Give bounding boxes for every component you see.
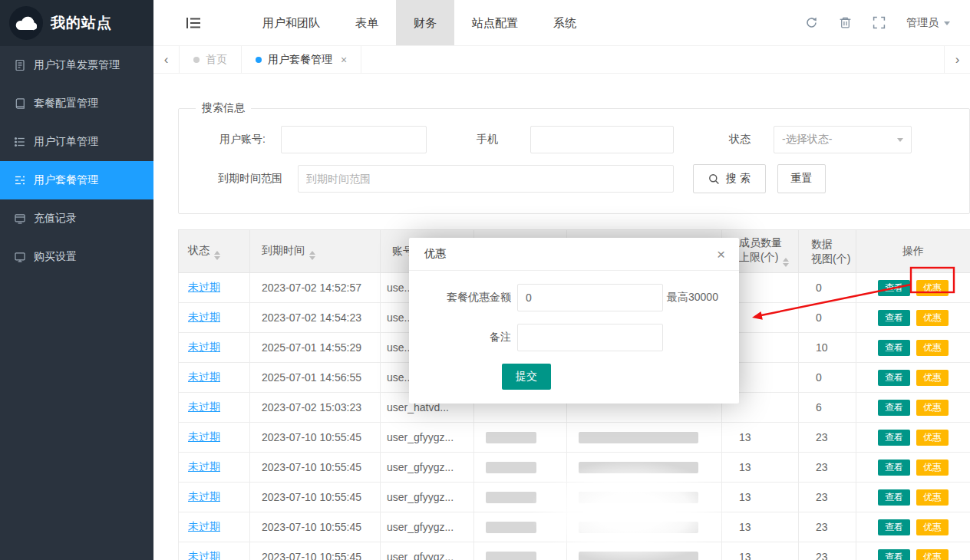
views-cell: 23 xyxy=(799,453,856,483)
status-link[interactable]: 未过期 xyxy=(188,371,220,383)
modal-close-icon[interactable]: × xyxy=(717,247,725,262)
phone-cell xyxy=(474,542,567,560)
order-list-icon xyxy=(14,136,26,148)
topnav-forms[interactable]: 表单 xyxy=(338,0,396,45)
discount-button[interactable]: 优惠 xyxy=(916,370,949,386)
discount-button[interactable]: 优惠 xyxy=(916,280,949,296)
redacted-username xyxy=(579,492,698,503)
tab-home[interactable]: 首页 xyxy=(180,46,242,73)
account-input[interactable] xyxy=(281,126,427,153)
submit-button[interactable]: 提交 xyxy=(502,364,551,390)
table-row: 未过期 2023-07-10 10:55:45 user_gfyygz... 1… xyxy=(179,512,970,542)
topnav-finance[interactable]: 财务 xyxy=(396,0,454,45)
tabs-scroll-left-icon[interactable]: ‹ xyxy=(153,46,180,73)
status-link[interactable]: 未过期 xyxy=(188,311,220,323)
user-menu[interactable]: 管理员 xyxy=(906,16,950,30)
recharge-icon xyxy=(14,212,26,225)
view-button[interactable]: 查看 xyxy=(878,280,910,296)
status-link[interactable]: 未过期 xyxy=(188,460,220,473)
user-package-icon xyxy=(14,174,26,186)
views-cell: 23 xyxy=(799,423,856,453)
sort-icon[interactable] xyxy=(214,251,220,260)
view-button[interactable]: 查看 xyxy=(878,310,910,326)
refresh-icon[interactable] xyxy=(805,16,818,29)
trash-icon[interactable] xyxy=(839,16,852,29)
view-button[interactable]: 查看 xyxy=(878,340,910,356)
status-link[interactable]: 未过期 xyxy=(188,400,220,413)
members-cell: 13 xyxy=(722,512,799,542)
view-button[interactable]: 查看 xyxy=(878,549,910,560)
view-button[interactable]: 查看 xyxy=(878,370,910,386)
discount-button[interactable]: 优惠 xyxy=(916,519,949,535)
tabs-scroll-right-icon[interactable]: › xyxy=(944,46,970,73)
daterange-label: 到期时间范围 xyxy=(191,172,282,186)
phone-cell xyxy=(474,512,567,542)
views-cell: 0 xyxy=(799,273,856,303)
amount-input[interactable] xyxy=(517,284,663,311)
top-navigation: 用户和团队 表单 财务 站点配置 系统 xyxy=(245,0,594,45)
topnav-site-config[interactable]: 站点配置 xyxy=(454,0,536,45)
sort-icon[interactable] xyxy=(309,251,315,260)
discount-button[interactable]: 优惠 xyxy=(916,400,949,416)
expire-cell: 2023-07-10 10:55:45 xyxy=(250,512,381,542)
sidebar: 我的站点 用户订单发票管理 套餐配置管理 用户订单管理 用户套餐管理 充值记录 xyxy=(0,0,153,560)
col-actions: 操作 xyxy=(902,245,924,257)
status-select[interactable]: -选择状态- xyxy=(774,126,912,153)
discount-button[interactable]: 优惠 xyxy=(916,430,949,446)
phone-input[interactable] xyxy=(530,126,674,153)
invoice-icon xyxy=(14,59,26,71)
tab-close-icon[interactable]: × xyxy=(341,54,347,66)
expire-cell: 2025-07-01 14:55:29 xyxy=(250,333,381,363)
status-link[interactable]: 未过期 xyxy=(188,490,220,502)
sidebar-item-invoice-management[interactable]: 用户订单发票管理 xyxy=(0,46,153,84)
note-input[interactable] xyxy=(517,324,663,351)
views-cell: 23 xyxy=(799,483,856,512)
discount-button[interactable]: 优惠 xyxy=(916,310,949,326)
collapse-menu-icon[interactable] xyxy=(186,17,200,29)
view-button[interactable]: 查看 xyxy=(878,489,910,506)
view-button[interactable]: 查看 xyxy=(878,460,910,476)
discount-button[interactable]: 优惠 xyxy=(916,340,949,356)
status-link[interactable]: 未过期 xyxy=(188,341,220,353)
col-members: 成员数量 上限(个) xyxy=(739,236,782,263)
redacted-username xyxy=(579,462,698,473)
topnav-users-teams[interactable]: 用户和团队 xyxy=(245,0,338,45)
status-link[interactable]: 未过期 xyxy=(188,430,220,443)
status-link[interactable]: 未过期 xyxy=(188,520,220,532)
modal-title: 优惠 xyxy=(424,247,446,261)
view-button[interactable]: 查看 xyxy=(878,400,910,416)
members-cell: 13 xyxy=(722,542,799,560)
sort-icon[interactable] xyxy=(783,258,789,267)
discount-button[interactable]: 优惠 xyxy=(916,489,949,506)
expire-cell: 2023-07-10 10:55:45 xyxy=(250,542,381,560)
package-config-icon xyxy=(14,97,26,110)
sidebar-item-order-management[interactable]: 用户订单管理 xyxy=(0,123,153,161)
tab-user-package-management[interactable]: 用户套餐管理 × xyxy=(242,46,361,73)
sidebar-item-label: 套餐配置管理 xyxy=(34,97,98,110)
view-button[interactable]: 查看 xyxy=(878,519,910,535)
fullscreen-icon[interactable] xyxy=(873,16,886,29)
sidebar-item-purchase-settings[interactable]: 购买设置 xyxy=(0,238,153,276)
reset-button[interactable]: 重置 xyxy=(777,164,826,193)
sidebar-item-user-package-management[interactable]: 用户套餐管理 xyxy=(0,161,153,199)
topnav-system[interactable]: 系统 xyxy=(536,0,594,45)
redacted-username xyxy=(579,432,698,443)
sidebar-item-label: 用户套餐管理 xyxy=(34,173,98,187)
search-row-2: 到期时间范围 搜 索 重置 xyxy=(191,164,969,193)
status-link[interactable]: 未过期 xyxy=(188,550,220,560)
discount-button[interactable]: 优惠 xyxy=(916,549,949,560)
col-status: 状态 xyxy=(188,244,210,256)
daterange-input[interactable] xyxy=(298,165,674,193)
view-button[interactable]: 查看 xyxy=(878,430,910,446)
expire-cell: 2023-07-10 10:55:45 xyxy=(250,453,381,483)
chevron-down-icon xyxy=(897,138,903,145)
discount-button[interactable]: 优惠 xyxy=(916,460,949,476)
search-button[interactable]: 搜 索 xyxy=(693,164,766,193)
sidebar-item-recharge-records[interactable]: 充值记录 xyxy=(0,199,153,238)
phone-cell xyxy=(474,483,567,512)
purchase-settings-icon xyxy=(14,251,26,263)
redacted-phone xyxy=(486,462,536,473)
username-cell xyxy=(567,483,722,512)
status-link[interactable]: 未过期 xyxy=(188,281,220,293)
sidebar-item-package-config[interactable]: 套餐配置管理 xyxy=(0,84,153,123)
